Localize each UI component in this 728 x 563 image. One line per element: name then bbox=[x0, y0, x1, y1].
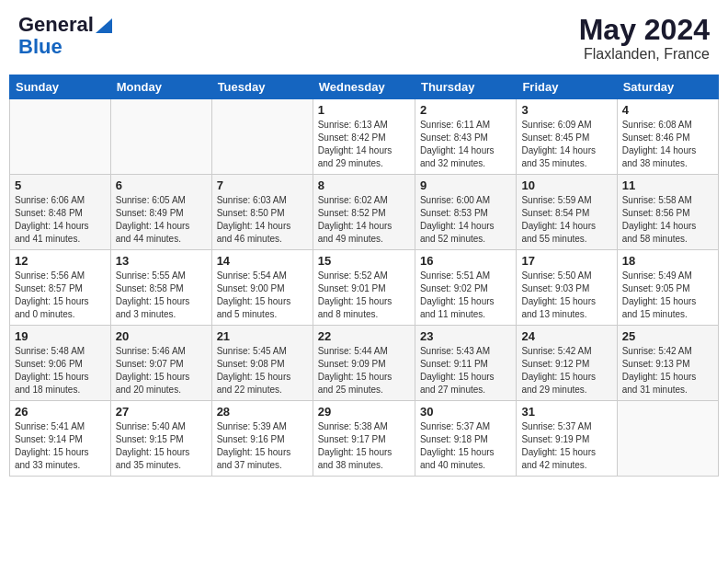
calendar-cell: 4Sunrise: 6:08 AM Sunset: 8:46 PM Daylig… bbox=[617, 99, 718, 175]
logo-general-text: General bbox=[18, 14, 94, 36]
day-number: 3 bbox=[521, 103, 611, 117]
weekday-header: Thursday bbox=[415, 75, 516, 99]
day-number: 25 bbox=[622, 329, 713, 343]
day-number: 24 bbox=[521, 329, 611, 343]
day-number: 30 bbox=[420, 405, 511, 419]
day-number: 6 bbox=[116, 178, 207, 192]
day-info: Sunrise: 5:42 AM Sunset: 9:13 PM Dayligh… bbox=[622, 345, 713, 396]
calendar-week-row: 19Sunrise: 5:48 AM Sunset: 9:06 PM Dayli… bbox=[10, 326, 719, 401]
day-info: Sunrise: 5:58 AM Sunset: 8:56 PM Dayligh… bbox=[622, 194, 713, 246]
day-number: 2 bbox=[420, 103, 511, 117]
header: General Blue May 2024 Flaxlanden, France bbox=[9, 9, 719, 67]
calendar-cell: 1Sunrise: 6:13 AM Sunset: 8:42 PM Daylig… bbox=[313, 99, 415, 175]
day-info: Sunrise: 5:46 AM Sunset: 9:07 PM Dayligh… bbox=[116, 345, 207, 396]
logo: General Blue bbox=[18, 14, 112, 58]
calendar-cell: 3Sunrise: 6:09 AM Sunset: 8:45 PM Daylig… bbox=[517, 99, 617, 175]
day-info: Sunrise: 5:37 AM Sunset: 9:19 PM Dayligh… bbox=[521, 420, 611, 472]
calendar-cell: 20Sunrise: 5:46 AM Sunset: 9:07 PM Dayli… bbox=[110, 326, 211, 401]
calendar-cell bbox=[10, 99, 111, 175]
calendar-cell: 10Sunrise: 5:59 AM Sunset: 8:54 PM Dayli… bbox=[517, 175, 617, 250]
day-number: 31 bbox=[521, 405, 611, 419]
day-info: Sunrise: 5:37 AM Sunset: 9:18 PM Dayligh… bbox=[420, 420, 511, 472]
day-number: 20 bbox=[116, 329, 207, 343]
calendar-cell: 8Sunrise: 6:02 AM Sunset: 8:52 PM Daylig… bbox=[313, 175, 415, 250]
logo-icon bbox=[96, 18, 112, 33]
day-info: Sunrise: 5:39 AM Sunset: 9:16 PM Dayligh… bbox=[217, 420, 308, 472]
day-info: Sunrise: 5:44 AM Sunset: 9:09 PM Dayligh… bbox=[318, 345, 410, 396]
day-number: 9 bbox=[420, 178, 511, 192]
day-number: 12 bbox=[15, 254, 106, 268]
day-info: Sunrise: 6:08 AM Sunset: 8:46 PM Dayligh… bbox=[622, 119, 713, 170]
logo-blue-text: Blue bbox=[18, 36, 63, 58]
day-number: 26 bbox=[15, 405, 106, 419]
day-info: Sunrise: 6:05 AM Sunset: 8:49 PM Dayligh… bbox=[116, 194, 207, 246]
calendar-cell: 30Sunrise: 5:37 AM Sunset: 9:18 PM Dayli… bbox=[415, 401, 516, 477]
weekday-header: Wednesday bbox=[313, 75, 415, 99]
calendar-cell: 21Sunrise: 5:45 AM Sunset: 9:08 PM Dayli… bbox=[211, 326, 313, 401]
day-info: Sunrise: 6:11 AM Sunset: 8:43 PM Dayligh… bbox=[420, 119, 511, 170]
day-number: 15 bbox=[318, 254, 410, 268]
calendar-cell: 17Sunrise: 5:50 AM Sunset: 9:03 PM Dayli… bbox=[517, 250, 617, 326]
calendar-cell bbox=[211, 99, 313, 175]
day-info: Sunrise: 5:41 AM Sunset: 9:14 PM Dayligh… bbox=[15, 420, 106, 472]
weekday-header: Sunday bbox=[10, 75, 111, 99]
calendar-week-row: 1Sunrise: 6:13 AM Sunset: 8:42 PM Daylig… bbox=[10, 99, 719, 175]
day-number: 18 bbox=[622, 254, 713, 268]
svg-marker-0 bbox=[96, 18, 112, 33]
day-number: 27 bbox=[116, 405, 207, 419]
calendar-cell: 29Sunrise: 5:38 AM Sunset: 9:17 PM Dayli… bbox=[313, 401, 415, 477]
day-info: Sunrise: 5:51 AM Sunset: 9:02 PM Dayligh… bbox=[420, 270, 511, 321]
calendar-cell: 6Sunrise: 6:05 AM Sunset: 8:49 PM Daylig… bbox=[110, 175, 211, 250]
day-info: Sunrise: 5:40 AM Sunset: 9:15 PM Dayligh… bbox=[116, 420, 207, 472]
calendar-table: SundayMondayTuesdayWednesdayThursdayFrid… bbox=[9, 75, 719, 477]
calendar-cell: 13Sunrise: 5:55 AM Sunset: 8:58 PM Dayli… bbox=[110, 250, 211, 326]
day-info: Sunrise: 6:06 AM Sunset: 8:48 PM Dayligh… bbox=[15, 194, 106, 246]
weekday-header: Saturday bbox=[617, 75, 718, 99]
calendar-cell: 19Sunrise: 5:48 AM Sunset: 9:06 PM Dayli… bbox=[10, 326, 111, 401]
calendar-cell: 18Sunrise: 5:49 AM Sunset: 9:05 PM Dayli… bbox=[617, 250, 718, 326]
day-number: 23 bbox=[420, 329, 511, 343]
weekday-header: Tuesday bbox=[211, 75, 313, 99]
day-info: Sunrise: 5:55 AM Sunset: 8:58 PM Dayligh… bbox=[116, 270, 207, 321]
calendar-cell: 25Sunrise: 5:42 AM Sunset: 9:13 PM Dayli… bbox=[617, 326, 718, 401]
calendar-cell: 11Sunrise: 5:58 AM Sunset: 8:56 PM Dayli… bbox=[617, 175, 718, 250]
weekday-header: Monday bbox=[110, 75, 211, 99]
day-info: Sunrise: 5:50 AM Sunset: 9:03 PM Dayligh… bbox=[521, 270, 611, 321]
day-number: 14 bbox=[217, 254, 308, 268]
calendar-cell: 26Sunrise: 5:41 AM Sunset: 9:14 PM Dayli… bbox=[10, 401, 111, 477]
day-info: Sunrise: 5:56 AM Sunset: 8:57 PM Dayligh… bbox=[15, 270, 106, 321]
calendar-cell: 12Sunrise: 5:56 AM Sunset: 8:57 PM Dayli… bbox=[10, 250, 111, 326]
day-info: Sunrise: 5:43 AM Sunset: 9:11 PM Dayligh… bbox=[420, 345, 511, 396]
calendar-cell: 5Sunrise: 6:06 AM Sunset: 8:48 PM Daylig… bbox=[10, 175, 111, 250]
day-info: Sunrise: 5:45 AM Sunset: 9:08 PM Dayligh… bbox=[217, 345, 308, 396]
location: Flaxlanden, France bbox=[579, 46, 710, 63]
calendar-cell: 27Sunrise: 5:40 AM Sunset: 9:15 PM Dayli… bbox=[110, 401, 211, 477]
day-number: 8 bbox=[318, 178, 410, 192]
day-number: 17 bbox=[521, 254, 611, 268]
calendar-cell: 2Sunrise: 6:11 AM Sunset: 8:43 PM Daylig… bbox=[415, 99, 516, 175]
day-info: Sunrise: 5:48 AM Sunset: 9:06 PM Dayligh… bbox=[15, 345, 106, 396]
calendar-cell: 16Sunrise: 5:51 AM Sunset: 9:02 PM Dayli… bbox=[415, 250, 516, 326]
day-number: 22 bbox=[318, 329, 410, 343]
day-info: Sunrise: 6:00 AM Sunset: 8:53 PM Dayligh… bbox=[420, 194, 511, 246]
day-number: 10 bbox=[521, 178, 611, 192]
calendar-week-row: 12Sunrise: 5:56 AM Sunset: 8:57 PM Dayli… bbox=[10, 250, 719, 326]
day-info: Sunrise: 6:09 AM Sunset: 8:45 PM Dayligh… bbox=[521, 119, 611, 170]
calendar-cell: 28Sunrise: 5:39 AM Sunset: 9:16 PM Dayli… bbox=[211, 401, 313, 477]
day-info: Sunrise: 5:38 AM Sunset: 9:17 PM Dayligh… bbox=[318, 420, 410, 472]
day-number: 21 bbox=[217, 329, 308, 343]
calendar-cell bbox=[617, 401, 718, 477]
day-info: Sunrise: 5:52 AM Sunset: 9:01 PM Dayligh… bbox=[318, 270, 410, 321]
day-info: Sunrise: 6:03 AM Sunset: 8:50 PM Dayligh… bbox=[217, 194, 308, 246]
calendar-cell: 14Sunrise: 5:54 AM Sunset: 9:00 PM Dayli… bbox=[211, 250, 313, 326]
calendar-week-row: 5Sunrise: 6:06 AM Sunset: 8:48 PM Daylig… bbox=[10, 175, 719, 250]
day-number: 7 bbox=[217, 178, 308, 192]
weekday-header: Friday bbox=[517, 75, 617, 99]
calendar-cell bbox=[110, 99, 211, 175]
day-info: Sunrise: 6:13 AM Sunset: 8:42 PM Dayligh… bbox=[318, 119, 410, 170]
title-block: May 2024 Flaxlanden, France bbox=[579, 14, 710, 63]
day-number: 19 bbox=[15, 329, 106, 343]
calendar-week-row: 26Sunrise: 5:41 AM Sunset: 9:14 PM Dayli… bbox=[10, 401, 719, 477]
day-info: Sunrise: 6:02 AM Sunset: 8:52 PM Dayligh… bbox=[318, 194, 410, 246]
day-number: 5 bbox=[15, 178, 106, 192]
